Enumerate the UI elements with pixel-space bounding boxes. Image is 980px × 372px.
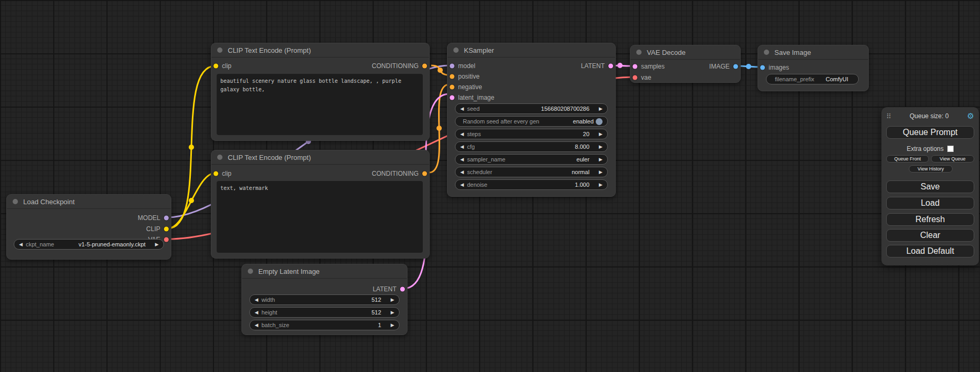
node-clip-text-encode-negative[interactable]: CLIP Text Encode (Prompt) clip CONDITION… <box>211 150 430 259</box>
denoise-widget[interactable]: ◀ denoise 1.000 ▶ <box>455 179 608 190</box>
model-output-dot[interactable] <box>164 216 169 221</box>
decrement-arrow-icon[interactable]: ◀ <box>460 182 464 187</box>
node-vae-decode[interactable]: VAE Decode samples IMAGE vae <box>630 45 741 83</box>
decrement-arrow-icon[interactable]: ◀ <box>255 297 258 302</box>
decrement-arrow-icon[interactable]: ◀ <box>255 310 258 315</box>
decrement-arrow-icon[interactable]: ◀ <box>460 144 464 149</box>
scheduler-widget[interactable]: ◀ scheduler normal ▶ <box>455 167 608 177</box>
decrement-arrow-icon[interactable]: ◀ <box>460 106 464 111</box>
slot-row: model LATENT <box>448 61 615 71</box>
seed-widget[interactable]: ◀ seed 156680208700286 ▶ <box>455 103 608 114</box>
collapse-dot-icon[interactable] <box>217 155 222 160</box>
node-header[interactable]: Empty Latent Image <box>242 264 407 279</box>
queue-prompt-button[interactable]: Queue Prompt <box>886 126 974 139</box>
increment-arrow-icon[interactable]: ▶ <box>599 169 603 175</box>
height-widget[interactable]: ◀ height 512 ▶ <box>249 307 400 318</box>
save-button[interactable]: Save <box>886 180 974 193</box>
load-default-button[interactable]: Load Default <box>886 245 974 257</box>
clear-button[interactable]: Clear <box>886 229 974 242</box>
node-header[interactable]: CLIP Text Encode (Prompt) <box>211 43 429 58</box>
vae-input-dot[interactable] <box>633 75 637 80</box>
view-queue-button[interactable]: View Queue <box>931 155 974 163</box>
node-header[interactable]: KSampler <box>448 43 615 58</box>
clip-input-dot[interactable] <box>214 171 218 176</box>
slot-label: negative <box>458 83 482 91</box>
decrement-arrow-icon[interactable]: ◀ <box>460 169 464 175</box>
batch-size-widget[interactable]: ◀ batch_size 1 ▶ <box>249 320 400 330</box>
refresh-button[interactable]: Refresh <box>886 213 974 226</box>
steps-widget[interactable]: ◀ steps 20 ▶ <box>455 129 608 139</box>
clip-input-dot[interactable] <box>214 64 218 69</box>
slot-label: clip <box>222 62 231 70</box>
negative-input-dot[interactable] <box>450 85 454 90</box>
clip-output-dot[interactable] <box>164 227 169 232</box>
collapse-dot-icon[interactable] <box>764 50 769 55</box>
collapse-dot-icon[interactable] <box>248 269 253 274</box>
images-input-dot[interactable] <box>760 65 765 70</box>
increment-arrow-icon[interactable]: ▶ <box>599 131 603 137</box>
node-header[interactable]: Load Checkpoint <box>7 195 171 209</box>
widget-value: v1-5-pruned-emaonly.ckpt <box>79 241 145 247</box>
positive-prompt-textarea[interactable]: beautiful scenery nature glass bottle la… <box>217 74 423 135</box>
conditioning-output-dot[interactable] <box>422 171 427 176</box>
node-ksampler[interactable]: KSampler model LATENT positive negative … <box>447 43 616 197</box>
model-input-dot[interactable] <box>450 64 454 69</box>
slot-label: CONDITIONING <box>372 62 419 70</box>
width-widget[interactable]: ◀ width 512 ▶ <box>249 294 400 305</box>
decrement-arrow-icon[interactable]: ◀ <box>19 242 23 247</box>
increment-arrow-icon[interactable]: ▶ <box>599 182 603 187</box>
extra-options-checkbox[interactable] <box>947 146 954 152</box>
link-dot-conditioning-positive <box>438 68 443 73</box>
increment-arrow-icon[interactable]: ▶ <box>391 297 394 302</box>
filename-prefix-widget[interactable]: filename_prefix ComfyUI <box>766 74 859 84</box>
widget-label: filename_prefix <box>775 76 814 82</box>
image-output-dot[interactable] <box>733 64 738 69</box>
queue-front-button[interactable]: Queue Front <box>886 155 929 163</box>
widget-value: euler <box>577 156 589 163</box>
sampler-name-widget[interactable]: ◀ sampler_name euler ▶ <box>455 154 608 165</box>
vae-output-dot[interactable] <box>164 237 169 242</box>
positive-input-dot[interactable] <box>450 74 454 79</box>
increment-arrow-icon[interactable]: ▶ <box>155 242 159 247</box>
increment-arrow-icon[interactable]: ▶ <box>391 322 394 328</box>
increment-arrow-icon[interactable]: ▶ <box>391 310 394 315</box>
node-load-checkpoint[interactable]: Load Checkpoint MODEL CLIP VAE ◀ ckpt_na… <box>6 194 171 260</box>
collapse-dot-icon[interactable] <box>453 47 459 53</box>
latent-output-dot[interactable] <box>608 64 613 69</box>
widget-label: scheduler <box>467 169 492 175</box>
node-title: Empty Latent Image <box>258 268 319 275</box>
load-button[interactable]: Load <box>886 197 974 209</box>
node-empty-latent-image[interactable]: Empty Latent Image LATENT ◀ width 512 ▶ … <box>241 264 407 335</box>
widget-label: steps <box>467 131 481 137</box>
widget-value: ComfyUI <box>826 76 848 82</box>
toggle-dot[interactable] <box>596 118 603 125</box>
node-save-image[interactable]: Save Image images filename_prefix ComfyU… <box>758 45 869 91</box>
drag-handle-icon[interactable]: ⠿ <box>886 112 891 120</box>
node-clip-text-encode-positive[interactable]: CLIP Text Encode (Prompt) clip CONDITION… <box>211 43 430 141</box>
widget-label: batch_size <box>261 322 289 328</box>
increment-arrow-icon[interactable]: ▶ <box>599 144 603 149</box>
cfg-widget[interactable]: ◀ cfg 8.000 ▶ <box>455 141 608 152</box>
ckpt-name-widget[interactable]: ◀ ckpt_name v1-5-pruned-emaonly.ckpt ▶ <box>14 239 164 250</box>
increment-arrow-icon[interactable]: ▶ <box>599 106 603 111</box>
collapse-dot-icon[interactable] <box>13 199 18 204</box>
collapse-dot-icon[interactable] <box>636 50 642 55</box>
random-seed-widget[interactable]: Random seed after every gen enabled <box>455 116 608 127</box>
latent-image-input-dot[interactable] <box>450 96 454 100</box>
node-header[interactable]: Save Image <box>758 45 868 60</box>
latent-output-dot[interactable] <box>400 287 405 292</box>
node-header[interactable]: CLIP Text Encode (Prompt) <box>211 150 429 165</box>
samples-input-dot[interactable] <box>633 64 637 69</box>
node-graph-canvas[interactable]: Load Checkpoint MODEL CLIP VAE ◀ ckpt_na… <box>0 0 980 372</box>
negative-prompt-textarea[interactable]: text, watermark <box>217 181 423 253</box>
slot-label: latent_image <box>458 94 494 101</box>
decrement-arrow-icon[interactable]: ◀ <box>460 157 464 162</box>
decrement-arrow-icon[interactable]: ◀ <box>460 131 464 137</box>
increment-arrow-icon[interactable]: ▶ <box>599 157 603 162</box>
settings-gear-icon[interactable]: ⚙ <box>967 111 974 121</box>
conditioning-output-dot[interactable] <box>422 64 427 69</box>
decrement-arrow-icon[interactable]: ◀ <box>255 322 258 328</box>
node-header[interactable]: VAE Decode <box>630 45 740 60</box>
view-history-button[interactable]: View History <box>909 165 953 173</box>
collapse-dot-icon[interactable] <box>217 47 222 53</box>
